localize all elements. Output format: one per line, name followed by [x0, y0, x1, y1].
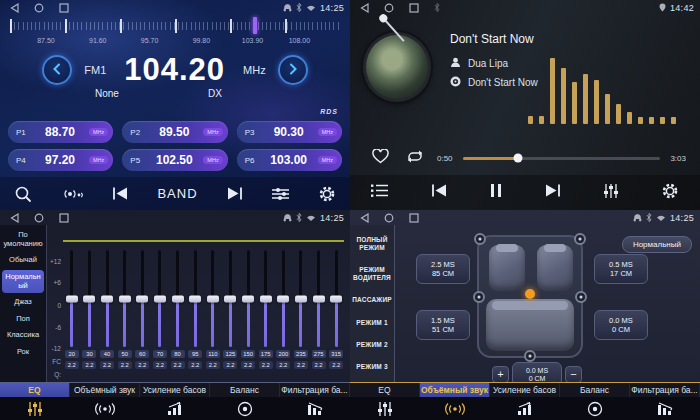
preset-button-5[interactable]: P5102.50MHz [122, 149, 227, 171]
eq-gain-slider[interactable] [282, 250, 285, 347]
rear-left-speaker-icon[interactable] [473, 291, 485, 303]
heart-icon[interactable] [372, 149, 389, 168]
bass-boost-icon[interactable] [490, 397, 560, 420]
eq-gain-slider[interactable] [123, 250, 126, 347]
surround-speaker-icon[interactable] [70, 397, 140, 420]
mode-driver[interactable]: РЕЖИМ ВОДИТЕЛЯ [351, 266, 393, 282]
skip-prev-icon[interactable] [112, 186, 129, 201]
filter-icon[interactable] [630, 397, 700, 420]
preset-button-1[interactable]: P188.70MHz [8, 121, 113, 143]
back-icon[interactable] [360, 213, 369, 223]
eq-sliders-icon[interactable] [271, 186, 290, 202]
eq-gain-slider[interactable] [264, 250, 267, 347]
mode-3[interactable]: РЕЖИМ 3 [351, 363, 393, 371]
tab-surround[interactable]: Объёмный звук [70, 383, 140, 397]
balance-icon[interactable] [210, 397, 280, 420]
eq-slider-thumb[interactable] [260, 295, 272, 302]
eq-gain-slider[interactable] [141, 250, 144, 347]
eq-slider-thumb[interactable] [83, 295, 95, 302]
eq-gain-slider[interactable] [176, 250, 179, 347]
skip-prev-icon[interactable] [431, 183, 448, 202]
gear-icon[interactable] [318, 185, 336, 203]
recents-icon[interactable] [409, 3, 419, 13]
tab-balance[interactable]: Баланс [210, 383, 280, 397]
back-icon[interactable] [360, 3, 369, 13]
band-button[interactable]: BAND [157, 186, 197, 201]
eq-slider-thumb[interactable] [101, 295, 113, 302]
filter-icon[interactable] [280, 397, 350, 420]
home-icon[interactable] [384, 3, 394, 13]
back-icon[interactable] [10, 213, 19, 223]
eq-sliders-icon[interactable] [603, 183, 619, 203]
front-right-speaker-icon[interactable] [574, 233, 586, 245]
eq-gain-slider[interactable] [317, 250, 320, 347]
front-left-speaker-icon[interactable] [474, 233, 486, 245]
home-icon[interactable] [34, 3, 44, 13]
eq-slider-thumb[interactable] [66, 295, 78, 302]
tune-down-button[interactable] [42, 55, 72, 85]
tab-eq[interactable]: EQ [350, 383, 420, 397]
eq-slider-thumb[interactable] [136, 295, 148, 302]
decrease-button[interactable]: − [565, 366, 582, 383]
eq-gain-slider[interactable] [335, 250, 338, 347]
eq-sliders-icon[interactable] [0, 397, 70, 420]
tune-up-button[interactable] [278, 55, 308, 85]
eq-gain-slider[interactable] [211, 250, 214, 347]
rear-right-speaker-icon[interactable] [575, 291, 587, 303]
eq-gain-slider[interactable] [88, 250, 91, 347]
dx-mode-label[interactable]: DX [208, 88, 222, 99]
mode-full[interactable]: ПОЛНЫЙ РЕЖИМ [351, 236, 393, 252]
home-icon[interactable] [34, 213, 44, 223]
eq-slider-thumb[interactable] [154, 295, 166, 302]
eq-gain-slider[interactable] [106, 250, 109, 347]
search-icon[interactable] [14, 185, 32, 203]
eq-slider-thumb[interactable] [224, 295, 236, 302]
mode-2[interactable]: РЕЖИМ 2 [351, 341, 393, 349]
eq-gain-slider[interactable] [299, 250, 302, 347]
recents-icon[interactable] [59, 3, 69, 13]
repeat-icon[interactable] [405, 149, 425, 168]
mode-passenger[interactable]: ПАССАЖИР [351, 296, 393, 304]
eq-gain-slider[interactable] [70, 250, 73, 347]
preset-button-2[interactable]: P289.50MHz [122, 121, 227, 143]
front-right-delay-button[interactable]: 0.5 MS17 CM [594, 254, 648, 284]
gear-icon[interactable] [661, 182, 679, 204]
tab-eq[interactable]: EQ [0, 383, 70, 397]
preset-button-6[interactable]: P6103.00MHz [237, 149, 342, 171]
eq-preset-jazz[interactable]: Джаз [2, 295, 44, 310]
eq-slider-thumb[interactable] [295, 295, 307, 302]
eq-preset-custom[interactable]: Обычай [2, 253, 44, 268]
balance-icon[interactable] [560, 397, 630, 420]
playlist-icon[interactable] [371, 183, 389, 202]
tab-bass-boost[interactable]: Усиление басов [140, 383, 210, 397]
eq-slider-thumb[interactable] [242, 295, 254, 302]
eq-slider-thumb[interactable] [172, 295, 184, 302]
skip-next-icon[interactable] [544, 183, 561, 202]
bass-boost-icon[interactable] [140, 397, 210, 420]
front-left-delay-button[interactable]: 2.5 MS85 CM [416, 254, 470, 284]
eq-preset-normal[interactable]: Нормальный [2, 270, 44, 293]
eq-slider-thumb[interactable] [207, 295, 219, 302]
increase-button[interactable]: + [492, 366, 509, 383]
tab-surround[interactable]: Объёмный звук [420, 383, 490, 397]
listening-position-dot[interactable] [525, 289, 535, 299]
eq-sliders-icon[interactable] [350, 397, 420, 420]
rear-left-delay-button[interactable]: 1.5 MS51 CM [416, 310, 470, 340]
rear-right-delay-button[interactable]: 0.0 MS0 CM [594, 310, 648, 340]
eq-slider-thumb[interactable] [277, 295, 289, 302]
broadcast-icon[interactable] [60, 185, 84, 203]
album-art[interactable] [363, 32, 431, 102]
eq-preset-default[interactable]: По умолчанию [2, 228, 44, 251]
eq-gain-slider[interactable] [158, 250, 161, 347]
eq-preset-rock[interactable]: Рок [2, 345, 44, 360]
tab-filter[interactable]: Фильтрация ба... [280, 383, 350, 397]
mode-1[interactable]: РЕЖИМ 1 [351, 319, 393, 327]
recents-icon[interactable] [59, 213, 69, 223]
tab-filter[interactable]: Фильтрация ба... [630, 383, 700, 397]
progress-thumb[interactable] [513, 154, 522, 163]
progress-bar[interactable] [463, 157, 661, 160]
tab-bass-boost[interactable]: Усиление басов [490, 383, 560, 397]
eq-slider-thumb[interactable] [330, 295, 342, 302]
eq-gain-slider[interactable] [247, 250, 250, 347]
preset-button-3[interactable]: P390.30MHz [237, 121, 342, 143]
